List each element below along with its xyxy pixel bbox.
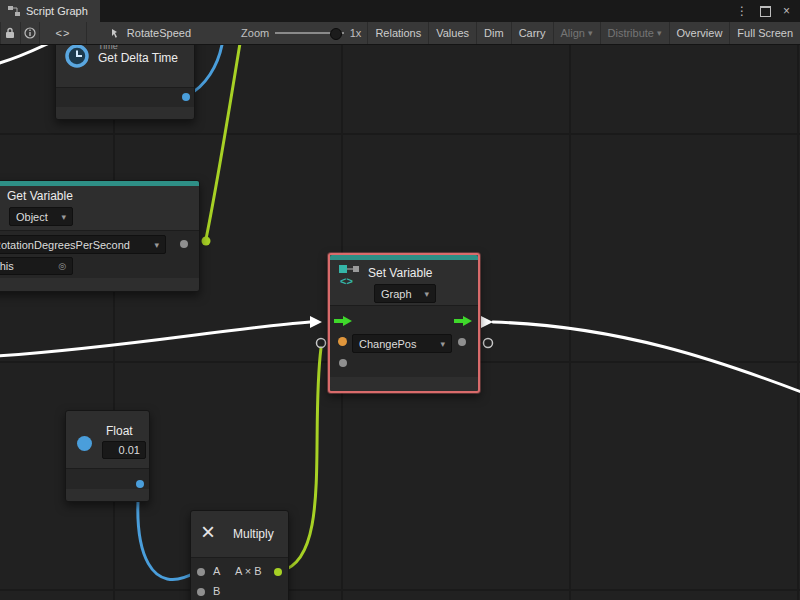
node-accent-bar <box>0 181 199 186</box>
script-graph-asset-icon <box>111 28 122 39</box>
code-view-button[interactable]: <> <box>40 22 87 44</box>
variable-name-dropdown[interactable]: RotationDegreesPerSecond ▾ <box>0 235 166 254</box>
node-footer <box>330 377 478 388</box>
info-icon <box>24 27 36 39</box>
variable-kind-dropdown[interactable]: Graph ▾ <box>374 284 436 303</box>
value-output-port[interactable] <box>458 338 466 346</box>
button-label: Dim <box>484 27 504 39</box>
button-label: Relations <box>375 27 421 39</box>
graph-canvas[interactable]: Time Get Delta Time Get Variable Object … <box>0 45 800 600</box>
clock-icon <box>64 45 90 72</box>
unity-window: Script Graph ⋮ × <> <box>0 0 800 600</box>
node-accent-bar <box>330 255 478 260</box>
tab-bar: Script Graph ⋮ × <box>0 0 800 22</box>
lock-icon <box>5 27 15 39</box>
close-icon[interactable]: × <box>783 4 790 18</box>
variable-value-output-port[interactable] <box>180 240 188 248</box>
zoom-value: 1x <box>350 27 362 39</box>
tab-script-graph[interactable]: Script Graph <box>0 0 100 22</box>
toolbar-button-overview[interactable]: Overview <box>669 22 730 44</box>
graph-icon <box>8 5 20 17</box>
svg-text:<>: <> <box>340 275 353 287</box>
toolbar-button-distribute[interactable]: Distribute ▾ <box>600 22 669 44</box>
port-label-result: A × B <box>235 565 262 577</box>
tabbar-spacer <box>100 0 736 22</box>
delta-time-output-port[interactable] <box>182 93 190 101</box>
flow-output-arrow-icon[interactable] <box>454 316 472 326</box>
node-get-variable[interactable]: Get Variable Object ▾ RotationDegreesPer… <box>0 180 200 292</box>
zoom-slider[interactable] <box>275 26 344 40</box>
value-input-circle-port[interactable] <box>317 339 326 348</box>
toolbar-button-dim[interactable]: Dim <box>476 22 511 44</box>
multiply-output-port[interactable] <box>274 568 282 576</box>
button-label: Carry <box>519 27 546 39</box>
chevron-down-icon: ▾ <box>154 240 159 250</box>
toolbar-button-carry[interactable]: Carry <box>511 22 553 44</box>
node-port-section: ChangePos ▾ <box>330 305 478 379</box>
node-port-section <box>66 468 149 491</box>
node-footer <box>0 278 199 290</box>
node-multiply[interactable]: × Multiply A A × B B <box>190 510 289 600</box>
zoom-slider-knob[interactable] <box>330 28 342 40</box>
toolbar-button-relations[interactable]: Relations <box>367 22 428 44</box>
chevron-down-icon: ▾ <box>657 28 662 38</box>
wire-value-rotation-speed[interactable] <box>206 45 241 239</box>
dropdown-value: ChangePos <box>359 338 417 350</box>
variable-name-dropdown[interactable]: ChangePos ▾ <box>352 334 452 353</box>
code-icon: <> <box>56 27 71 39</box>
multiply-input-b-port[interactable] <box>197 588 205 596</box>
lock-button[interactable] <box>0 22 21 44</box>
node-title: Get Delta Time <box>98 51 178 66</box>
field-value: This <box>0 260 14 272</box>
float-value-input[interactable]: 0.01 <box>102 441 146 459</box>
graph-name-label: RotateSpeed <box>127 27 191 39</box>
node-title: Float <box>106 424 133 439</box>
dropdown-value: RotationDegreesPerSecond <box>0 239 130 251</box>
flow-input-arrow-icon[interactable] <box>334 316 352 326</box>
variable-target-field[interactable]: This ◎ <box>0 257 73 275</box>
toolbar-button-group: Relations Values Dim Carry Align ▾ Distr… <box>367 22 800 44</box>
graph-toolbar: <> RotateSpeed Zoom 1x Relations Values … <box>0 22 800 45</box>
button-label: Values <box>436 27 469 39</box>
port-label-a: A <box>213 565 220 577</box>
value-input-port[interactable] <box>338 337 347 346</box>
node-footer <box>56 107 194 118</box>
float-output-port[interactable] <box>136 480 144 488</box>
zoom-label: Zoom <box>241 27 269 39</box>
toolbar-button-align[interactable]: Align ▾ <box>553 22 600 44</box>
node-get-delta-time[interactable]: Time Get Delta Time <box>55 45 195 120</box>
button-label: Distribute <box>608 27 654 39</box>
button-label: Full Screen <box>737 27 793 39</box>
wire-flow-into-set-variable[interactable] <box>0 322 310 356</box>
fallback-input-port[interactable] <box>339 359 347 367</box>
flow-input-triangle-port[interactable] <box>310 316 322 328</box>
wire-flow-topleft[interactable] <box>0 45 58 64</box>
wire-flow-out-of-set-variable[interactable] <box>493 322 800 393</box>
chevron-down-icon: ▾ <box>61 212 66 222</box>
inspect-button[interactable] <box>21 22 41 44</box>
node-port-section: A A × B B <box>191 557 288 600</box>
node-title: Set Variable <box>368 266 432 281</box>
wire-end-green-port[interactable] <box>202 237 211 246</box>
node-footer <box>66 489 149 500</box>
value-output-circle-port[interactable] <box>484 339 493 348</box>
dropdown-value: Graph <box>381 288 412 300</box>
node-set-variable[interactable]: <> Set Variable Graph ▾ ChangePos <box>328 253 480 393</box>
node-float[interactable]: Float 0.01 <box>65 410 150 502</box>
set-variable-icon: <> <box>338 263 362 290</box>
kebab-menu-icon[interactable]: ⋮ <box>736 4 748 18</box>
chevron-down-icon: ▾ <box>588 28 593 38</box>
node-port-section: RotationDegreesPerSecond ▾ This ◎ <box>0 230 199 280</box>
flow-output-triangle-port[interactable] <box>481 316 493 328</box>
node-title: Get Variable <box>7 189 73 204</box>
toolbar-button-values[interactable]: Values <box>428 22 476 44</box>
variable-kind-dropdown[interactable]: Object ▾ <box>9 207 73 226</box>
dropdown-value: Object <box>16 211 48 223</box>
toolbar-button-fullscreen[interactable]: Full Screen <box>729 22 800 44</box>
graph-name-button[interactable]: RotateSpeed <box>101 27 201 39</box>
port-label-b: B <box>213 585 220 597</box>
multiply-input-a-port[interactable] <box>197 568 205 576</box>
float-type-icon <box>77 436 92 451</box>
chevron-down-icon: ▾ <box>440 339 445 349</box>
maximize-icon[interactable] <box>760 6 771 17</box>
